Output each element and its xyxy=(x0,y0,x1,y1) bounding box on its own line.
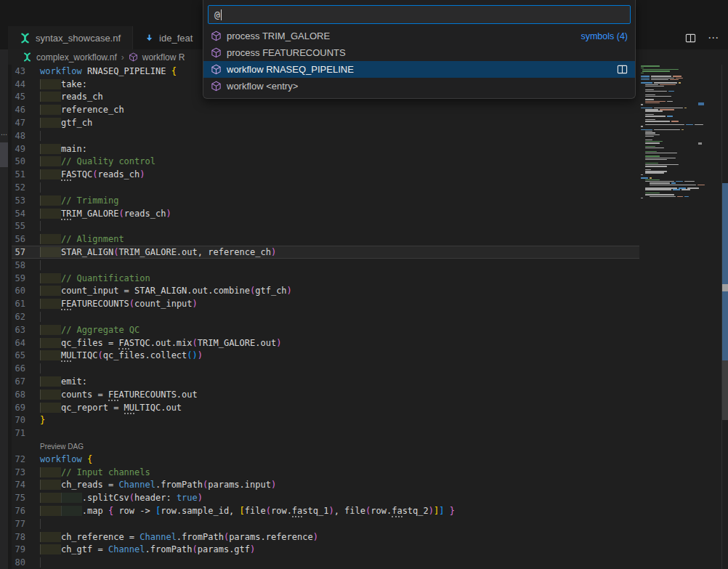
quick-pick-item-featurecounts[interactable]: process FEATURECOUNTS xyxy=(203,44,635,61)
line-number: 63 xyxy=(12,325,40,335)
code-line[interactable]: 50 // Quality control xyxy=(12,156,721,169)
code-line[interactable]: 67 emit: xyxy=(12,375,721,388)
line-number: 68 xyxy=(12,390,40,400)
breadcrumb-symbol[interactable]: workflow R xyxy=(142,52,185,62)
line-number: 77 xyxy=(12,519,40,529)
code-line[interactable]: 48 xyxy=(12,129,721,142)
code-line[interactable]: 78 ch_reference = Channel.fromPath(param… xyxy=(12,530,721,544)
quick-pick-item-trim-galore[interactable]: process TRIM_GALORE symbols (4) xyxy=(203,28,635,44)
line-number: 52 xyxy=(12,182,40,193)
symbol-cube-icon xyxy=(211,81,222,92)
nextflow-icon xyxy=(23,52,32,62)
line-number: 71 xyxy=(12,428,40,438)
code-line[interactable]: 53 // Trimming xyxy=(12,194,721,207)
tab-label: syntax_showcase.nf xyxy=(36,33,121,44)
open-to-side-icon[interactable] xyxy=(617,64,628,75)
item-label: process TRIM_GALORE xyxy=(227,31,330,41)
code-line[interactable]: 59 // Quantification xyxy=(12,272,721,285)
quick-pick-input[interactable]: @ xyxy=(208,5,631,24)
line-number: 50 xyxy=(12,156,40,166)
symbol-cube-icon xyxy=(211,47,222,58)
code-line[interactable]: 63 // Aggregate QC xyxy=(12,323,721,336)
code-line[interactable]: 55 xyxy=(12,220,721,233)
code-line[interactable]: 69 qc_report = MULTIQC.out xyxy=(12,401,721,414)
overview-cursor-marker xyxy=(722,284,728,291)
codelens-preview-dag[interactable]: Preview DAG xyxy=(40,443,84,451)
line-number: 48 xyxy=(12,131,40,141)
line-number: 53 xyxy=(12,195,40,206)
overview-range-highlight xyxy=(722,183,728,284)
code-line[interactable]: 77 xyxy=(12,517,721,530)
line-number: 54 xyxy=(12,209,40,219)
scrollbar[interactable] xyxy=(721,64,728,569)
code-line[interactable]: 60 count_input = STAR_ALIGN.out.combine(… xyxy=(12,285,721,298)
code-line[interactable]: 61 FEATURECOUNTS(count_input) xyxy=(12,297,721,310)
more-actions-icon[interactable]: ⋯ xyxy=(708,31,719,44)
code-lines: 43workflow RNASEQ_PIPELINE {44 take:45 r… xyxy=(12,65,721,569)
code-line[interactable]: 65 MULTIQC(qc_files.collect()) xyxy=(12,350,721,363)
symbol-cube-icon xyxy=(211,64,222,75)
line-number: 75 xyxy=(12,493,40,503)
code-line[interactable]: 68 counts = FEATURECOUNTS.out xyxy=(12,388,721,401)
code-line[interactable]: 75 .splitCsv(header: true) xyxy=(12,491,721,504)
code-line[interactable]: 74 ch_reads = Channel.fromPath(params.in… xyxy=(12,479,721,492)
code-line[interactable]: 72workflow { xyxy=(12,453,721,466)
quick-pick-item-workflow-entry[interactable]: workflow <entry> xyxy=(203,78,635,94)
symbols-count-badge: symbols (4) xyxy=(581,31,628,41)
line-number: 64 xyxy=(12,338,40,348)
code-line[interactable]: 62 xyxy=(12,310,721,323)
code-line[interactable]: 64 qc_files = FASTQC.out.mix(TRIM_GALORE… xyxy=(12,336,721,350)
code-line[interactable]: 71 xyxy=(12,427,721,440)
code-line[interactable]: 73 // Input channels xyxy=(12,466,721,479)
line-number: 57 xyxy=(12,247,40,257)
code-line[interactable]: 66 xyxy=(12,362,721,375)
rail-handle[interactable] xyxy=(0,142,8,167)
text-cursor xyxy=(221,9,222,20)
code-line[interactable]: 56 // Alignment xyxy=(12,233,721,246)
code-line[interactable]: 57 STAR_ALIGN(TRIM_GALORE.out, reference… xyxy=(12,246,721,259)
minimap[interactable] xyxy=(639,64,721,569)
quick-pick-item-rnaseq-pipeline[interactable]: workflow RNASEQ_PIPELINE xyxy=(203,61,635,78)
code-line[interactable]: 70} xyxy=(12,414,721,427)
quick-pick-query: @ xyxy=(214,9,220,20)
line-number: 76 xyxy=(12,506,40,516)
code-line[interactable]: 79 ch_gtf = Channel.fromPath(params.gtf) xyxy=(12,543,721,556)
line-number: 62 xyxy=(12,312,40,322)
rail-edge xyxy=(8,64,12,569)
code-line[interactable]: 51 FASTQC(reads_ch) xyxy=(12,168,721,181)
line-number: 47 xyxy=(12,118,40,128)
line-number: 80 xyxy=(12,557,40,568)
breadcrumb-file[interactable]: complex_workflow.nf xyxy=(36,52,117,62)
editor-actions: ⋯ xyxy=(685,26,719,49)
line-number: 45 xyxy=(12,92,40,102)
item-label: workflow <entry> xyxy=(227,81,298,92)
code-line[interactable]: 49 main: xyxy=(12,142,721,156)
minimap-content xyxy=(641,65,721,199)
code-line[interactable]: 52 xyxy=(12,181,721,194)
breadcrumb-separator: › xyxy=(121,52,124,62)
code-line[interactable]: 46 reference_ch xyxy=(12,103,721,116)
code-line[interactable]: 58 xyxy=(12,259,721,272)
line-number: 74 xyxy=(12,480,40,490)
line-number: 58 xyxy=(12,260,40,270)
scrollbar-thumb[interactable] xyxy=(722,360,728,420)
left-rail: ⋯ xyxy=(0,49,8,569)
rail-overflow-icon[interactable]: ⋯ xyxy=(1,131,7,138)
code-line[interactable]: 54 TRIM_GALORE(reads_ch) xyxy=(12,207,721,220)
line-number: 46 xyxy=(12,105,40,115)
minimap-decoration xyxy=(698,102,704,105)
code-line[interactable]: 47 gtf_ch xyxy=(12,116,721,129)
code-line[interactable]: 76 .map { row -> [row.sample_id, [file(r… xyxy=(12,504,721,517)
line-number: 56 xyxy=(12,234,40,244)
line-number: 79 xyxy=(12,544,40,554)
line-number: 59 xyxy=(12,273,40,283)
symbol-cube-icon xyxy=(211,31,222,41)
tab-syntax-showcase[interactable]: syntax_showcase.nf xyxy=(8,26,133,49)
line-number: 72 xyxy=(12,454,40,464)
line-number: 49 xyxy=(12,144,40,154)
symbol-cube-icon xyxy=(129,52,138,62)
item-label: process FEATURECOUNTS xyxy=(227,47,346,58)
code-line[interactable]: 80 xyxy=(12,556,721,569)
nextflow-icon xyxy=(20,33,31,44)
split-editor-icon[interactable] xyxy=(685,33,696,44)
